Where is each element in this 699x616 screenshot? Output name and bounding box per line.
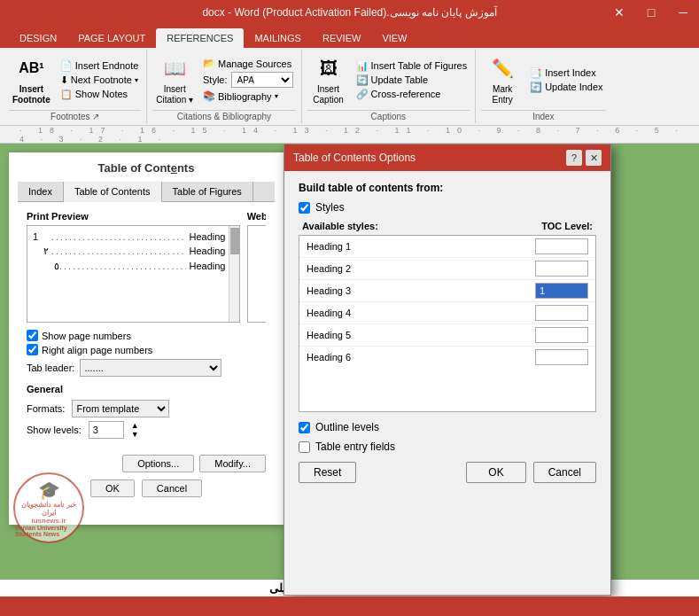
bibliography-button[interactable]: 📚 Bibliography ▾ — [200, 90, 296, 103]
insert-caption-icon: 🖼 — [315, 54, 343, 82]
mark-entry-button[interactable]: ✏️ MarkEntry — [481, 52, 524, 107]
manage-sources-button[interactable]: 📂 Manage Sources — [200, 57, 296, 70]
web-preview-label: Web — [247, 211, 266, 222]
table-entry-fields-checkbox[interactable] — [299, 441, 310, 453]
title-text: آموزش پایان نامه نویسی.docx - Word (Prod… — [202, 6, 496, 19]
formats-row: Formats: From template — [27, 400, 266, 417]
group-captions: 🖼 InsertCaption 📊 Insert Table of Figure… — [302, 50, 477, 123]
group-index: ✏️ MarkEntry 📑 Insert Index 🔄 Update Ind… — [476, 50, 610, 123]
styles-list[interactable]: Heading 1 Heading 2 Heading 3 Heading 4 … — [299, 235, 596, 412]
general-label: General — [27, 384, 266, 394]
captions-col: 📊 Insert Table of Figures 🔄 Update Table… — [353, 59, 470, 101]
print-preview: 1 .............................. Heading… — [27, 225, 240, 323]
show-page-numbers-checkbox[interactable] — [27, 330, 38, 341]
toc-options-dialog: Table of Contents Options ? ✕ Build tabl… — [283, 144, 611, 596]
toc-level-heading5[interactable] — [535, 327, 588, 343]
toc-cancel-button[interactable]: Cancel — [142, 480, 202, 497]
preview-dots-2: .............................. — [49, 246, 186, 257]
insert-endnote-button[interactable]: 📄 Insert Endnote — [58, 59, 142, 73]
insert-footnote-button[interactable]: AB¹ InsertFootnote — [9, 52, 54, 107]
table-entry-fields-row: Table entry fields — [299, 441, 596, 453]
tab-leader-select[interactable]: ....... — [80, 359, 221, 377]
style-row-heading4: Heading 4 — [299, 302, 595, 324]
toc-level-heading4[interactable] — [535, 305, 588, 321]
insert-caption-button[interactable]: 🖼 InsertCaption — [307, 52, 350, 107]
style-select[interactable]: APA — [231, 72, 293, 88]
footnotes-content: AB¹ InsertFootnote 📄 Insert Endnote ⬇ Ne… — [9, 51, 141, 108]
preview-scrollbar-thumb — [230, 228, 239, 254]
preview-scrollbar[interactable] — [229, 226, 239, 322]
options-help-button[interactable]: ? — [566, 150, 582, 166]
styles-checkbox[interactable] — [299, 202, 310, 214]
outline-levels-row: Outline levels — [299, 421, 596, 433]
update-index-button[interactable]: 🔄 Update Index — [527, 81, 605, 94]
available-styles-header: Available styles: — [302, 221, 378, 231]
captions-content: 🖼 InsertCaption 📊 Insert Table of Figure… — [307, 51, 470, 108]
style-name-heading1: Heading 1 — [307, 241, 351, 252]
insert-table-of-figures-button[interactable]: 📊 Insert Table of Figures — [353, 59, 470, 73]
reset-button[interactable]: Reset — [299, 462, 356, 483]
table-entry-fields-label: Table entry fields — [315, 441, 395, 453]
show-notes-button[interactable]: 📋 Show Notes — [58, 88, 142, 101]
next-footnote-button[interactable]: ⬇ Next Footnote ▾ — [58, 74, 142, 87]
outline-levels-checkbox[interactable] — [299, 422, 310, 433]
style-row-heading3: Heading 3 — [299, 280, 595, 302]
ruler-content: · 18 · 17 · 16 · 15 · 14 · 13 · 12 · 11 … — [2, 126, 697, 144]
show-levels-label: Show levels: — [27, 425, 82, 435]
modify-button[interactable]: Modify... — [199, 455, 266, 472]
style-name-heading5: Heading 5 — [307, 330, 351, 340]
toc-ok-button[interactable]: OK — [90, 480, 135, 497]
options-cancel-button[interactable]: Cancel — [533, 462, 596, 483]
insert-table-of-figures-label: Insert Table of Figures — [371, 60, 468, 71]
group-citations: 📖 InsertCitation ▾ 📂 Manage Sources Styl… — [147, 50, 301, 123]
insert-index-button[interactable]: 📑 Insert Index — [527, 66, 605, 80]
update-table-icon: 🔄 — [356, 74, 369, 86]
update-table-button[interactable]: 🔄 Update Table — [353, 74, 470, 87]
toc-tabs: Index Table of Contents Table of Figures — [18, 182, 275, 202]
style-name-heading2: Heading 2 — [307, 263, 351, 274]
options-close-button[interactable]: ✕ — [586, 150, 602, 166]
options-body: Build table of contents from: Styles Ava… — [284, 171, 610, 494]
toc-tab-figures[interactable]: Table of Figures — [162, 182, 253, 201]
insert-index-label: Insert Index — [545, 67, 595, 78]
tab-design[interactable]: DESIGN — [9, 28, 67, 48]
toc-level-heading2[interactable] — [535, 261, 588, 277]
maximize-button[interactable]: □ — [635, 0, 667, 25]
tab-mailings[interactable]: MAILINGS — [244, 28, 312, 48]
toc-tab-index[interactable]: Index — [18, 182, 64, 201]
preview-line-2: ٢ .............................. Heading… — [33, 246, 234, 257]
options-ok-button[interactable]: OK — [466, 462, 525, 483]
tab-view[interactable]: VIEW — [371, 28, 417, 48]
citations-col: 📂 Manage Sources Style: APA 📚 Bibliograp… — [200, 57, 296, 103]
logo-text-2: iusnews.ir — [31, 517, 66, 525]
options-title-text: Table of Contents Options — [293, 152, 416, 164]
tab-page-layout[interactable]: PAGE LAYOUT — [67, 28, 156, 48]
tab-review[interactable]: REVIEW — [312, 28, 371, 48]
insert-citation-icon: 📖 — [160, 54, 189, 82]
insert-citation-button[interactable]: 📖 InsertCitation ▾ — [152, 52, 197, 107]
toc-body: Print Preview 1 ........................… — [18, 202, 275, 451]
status-bar — [0, 597, 699, 616]
toc-level-heading1[interactable] — [535, 238, 588, 254]
preview-line-3: ٥ .............................. Heading… — [33, 261, 234, 272]
bibliography-label: Bibliography — [218, 91, 272, 102]
toc-level-heading6[interactable] — [535, 349, 588, 365]
ribbon: AB¹ InsertFootnote 📄 Insert Endnote ⬇ Ne… — [0, 48, 699, 126]
cross-reference-button[interactable]: 🔗 Cross-reference — [353, 88, 470, 101]
toc-level-header: TOC Level: — [541, 221, 593, 231]
style-row: Style: APA — [200, 71, 296, 89]
options-button[interactable]: Options... — [122, 455, 194, 472]
toc-tab-contents[interactable]: Table of Contents — [64, 182, 162, 202]
toc-level-heading3[interactable] — [535, 283, 588, 299]
ok-cancel-group: OK Cancel — [466, 462, 596, 483]
minimize-button[interactable]: ─ — [667, 0, 699, 25]
show-levels-input[interactable] — [89, 421, 124, 439]
formats-select[interactable]: From template — [72, 400, 169, 417]
style-name-heading6: Heading 6 — [307, 352, 351, 363]
show-notes-label: Show Notes — [75, 89, 128, 99]
close-button[interactable]: ✕ — [603, 0, 635, 25]
right-align-checkbox[interactable] — [27, 344, 38, 355]
show-levels-spinner[interactable]: ▲▼ — [131, 421, 139, 439]
show-page-numbers-label: Show page numbers — [42, 331, 131, 341]
tab-references[interactable]: REFERENCES — [156, 28, 244, 48]
